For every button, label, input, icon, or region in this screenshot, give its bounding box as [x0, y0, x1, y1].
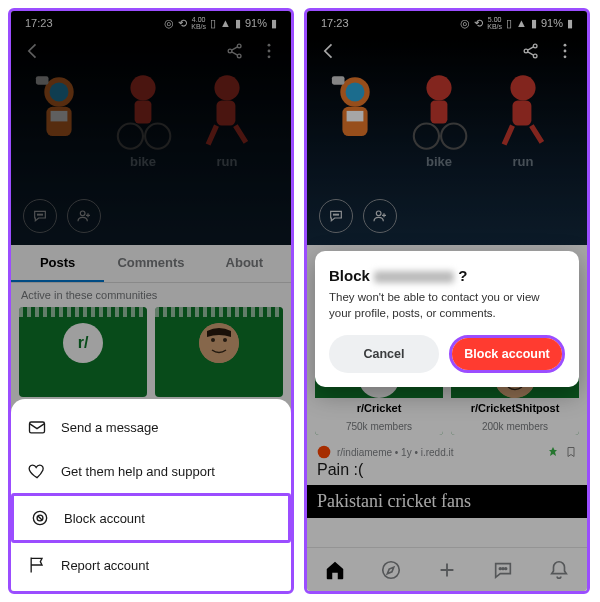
svg-rect-24 [30, 422, 45, 433]
block-account-button[interactable]: Block account [452, 338, 562, 370]
heart-icon [27, 461, 47, 481]
modal-scrim[interactable]: Block ? They won't be able to contact yo… [307, 11, 587, 591]
phone-left: 17:23 ◎ ⟲ 4.00KB/s ▯ ▲ ▮ 91% ▮ [8, 8, 294, 594]
redacted-username [374, 271, 454, 283]
sheet-send-message[interactable]: Send a message [11, 405, 291, 449]
sheet-block-label: Block account [64, 511, 145, 526]
cancel-button[interactable]: Cancel [329, 335, 439, 373]
bottom-sheet: Send a message Get them help and support… [11, 399, 291, 591]
sheet-block-account[interactable]: Block account [11, 493, 291, 543]
sheet-help-label: Get them help and support [61, 464, 215, 479]
envelope-icon [27, 417, 47, 437]
sheet-send-label: Send a message [61, 420, 159, 435]
block-icon [30, 508, 50, 528]
sheet-get-help[interactable]: Get them help and support [11, 449, 291, 493]
sheet-report-label: Report account [61, 558, 149, 573]
flag-icon [27, 555, 47, 575]
phone-right: 17:23 ◎ ⟲ 5.00KB/s ▯ ▲ ▮ 91% ▮ [304, 8, 590, 594]
bottom-sheet-scrim[interactable]: Send a message Get them help and support… [11, 11, 291, 591]
sheet-report-account[interactable]: Report account [11, 543, 291, 587]
modal-body: They won't be able to contact you or vie… [329, 290, 565, 321]
modal-title: Block ? [329, 267, 565, 284]
block-button-highlight: Block account [449, 335, 565, 373]
block-modal: Block ? They won't be able to contact yo… [315, 251, 579, 387]
modal-buttons: Cancel Block account [329, 335, 565, 373]
